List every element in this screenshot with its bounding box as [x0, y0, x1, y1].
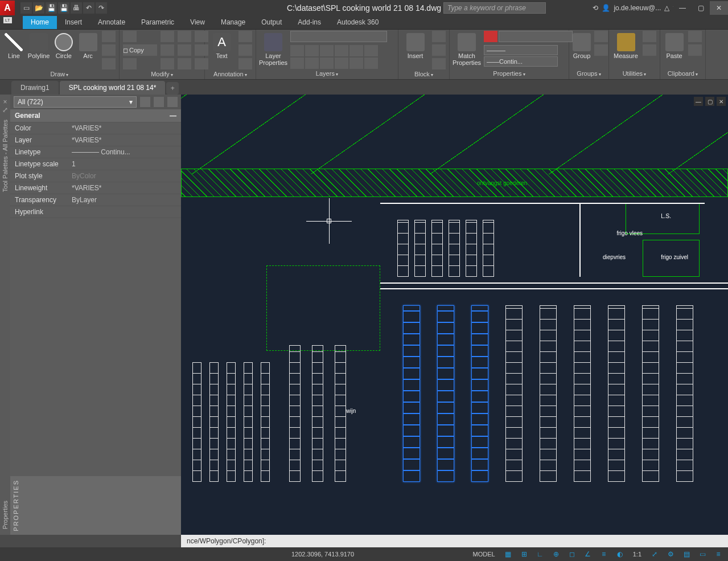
viewport-close-icon[interactable]: ✕ [717, 97, 726, 106]
block-s2[interactable] [432, 44, 446, 56]
block-s1[interactable] [432, 31, 446, 42]
text-button[interactable]: AText [208, 31, 235, 59]
cut-icon[interactable] [688, 31, 702, 42]
user-name[interactable]: jo.de.leeuw@... [614, 4, 661, 12]
color-swatch[interactable] [484, 31, 497, 42]
tab-output[interactable]: Output [253, 16, 290, 29]
copy-button[interactable]: ◻ Copy [123, 44, 157, 56]
qat-saveas-icon[interactable]: 💾 [58, 2, 69, 14]
qat-undo-icon[interactable]: ↶ [83, 2, 94, 14]
panel-properties-title[interactable]: Properties [453, 69, 565, 78]
qat-plot-icon[interactable]: 🖶 [71, 2, 82, 14]
leader-icon[interactable] [238, 44, 252, 56]
transparency-icon[interactable]: ◐ [615, 549, 625, 559]
doc-add-button[interactable]: + [166, 82, 179, 95]
lineweight-icon[interactable]: ≡ [599, 549, 609, 559]
group-s1[interactable] [594, 31, 608, 42]
polyline-button[interactable]: Polyline [28, 31, 50, 59]
close-button[interactable]: ✕ [710, 1, 728, 15]
sync-icon[interactable]: ⟲ [593, 4, 598, 12]
measure-button[interactable]: Measure [612, 31, 639, 59]
block-s3[interactable] [432, 58, 446, 69]
group-button[interactable]: Group [573, 31, 591, 59]
qat-save-icon[interactable]: 💾 [46, 2, 57, 14]
fillet-icon[interactable] [178, 44, 191, 56]
stretch-icon[interactable] [123, 58, 137, 69]
insert-button[interactable]: Insert [402, 31, 429, 59]
layer-s11[interactable] [349, 58, 363, 69]
line-button[interactable]: Line [3, 31, 24, 59]
panel-annotation-title[interactable]: Annotation [208, 69, 252, 79]
panel-utilities-title[interactable]: Utilities [612, 69, 656, 78]
tab-annotate[interactable]: Annotate [90, 16, 133, 29]
prop-row-layer[interactable]: Layer*VARIES* [10, 134, 181, 146]
prop-row-lineweight[interactable]: Lineweight*VARIES* [10, 182, 181, 194]
doc-tab-drawing1[interactable]: Drawing1 [11, 81, 59, 95]
tab-parametric[interactable]: Parametric [133, 16, 182, 29]
tab-manage[interactable]: Manage [213, 16, 253, 29]
layerprops-button[interactable]: Layer Properties [260, 31, 287, 66]
ortho-icon[interactable]: ∟ [535, 549, 545, 559]
viewport-maximize-icon[interactable]: ▢ [705, 97, 714, 106]
copy-clip-icon[interactable] [688, 44, 702, 56]
user-icon[interactable]: 👤 [602, 4, 610, 12]
lineweight-selector[interactable]: ——— [484, 45, 558, 55]
draw-small-1[interactable] [102, 31, 116, 42]
prop-row-hyperlink[interactable]: Hyperlink [10, 206, 181, 218]
layer-s3[interactable] [320, 45, 334, 56]
array-icon[interactable] [178, 58, 191, 69]
panel-modify-title[interactable]: Modify [123, 69, 201, 79]
layer-s8[interactable] [305, 58, 319, 69]
drawing-canvas[interactable]: — ▢ ✕ ontvangst goederen L.S. frigo vlee… [181, 95, 728, 535]
matchprops-button[interactable]: Match Properties [453, 31, 480, 66]
layer-s12[interactable] [364, 58, 378, 69]
workspace-icon[interactable]: ⚙ [665, 549, 676, 559]
rail-pin-icon[interactable]: ⤢ [2, 106, 8, 114]
util-s2[interactable] [643, 44, 656, 56]
table-icon[interactable] [238, 58, 252, 69]
layer-s5[interactable] [349, 45, 363, 56]
tool-palettes-label[interactable]: Tool Palettes - All Palettes [2, 120, 9, 192]
selection-selector[interactable]: All (722) ▾ [14, 96, 137, 108]
util-s1[interactable] [643, 31, 656, 42]
panel-draw-title[interactable]: Draw [3, 69, 116, 79]
move-icon[interactable] [123, 31, 137, 42]
general-section-header[interactable]: General— [10, 109, 181, 122]
panel-block-title[interactable]: Block [402, 69, 446, 79]
tab-insert[interactable]: Insert [57, 16, 90, 29]
panel-groups-title[interactable]: Groups [573, 69, 605, 78]
prop-row-transparency[interactable]: TransparencyByLayer [10, 194, 181, 206]
rail-close-icon[interactable]: × [3, 98, 7, 106]
polar-icon[interactable]: ⊕ [551, 549, 561, 559]
minimize-button[interactable]: — [673, 1, 692, 15]
rotate-icon[interactable] [161, 31, 174, 42]
paste-button[interactable]: Paste [664, 31, 685, 59]
scale-indicator[interactable]: 1:1 [631, 551, 644, 558]
circle-button[interactable]: Circle [53, 31, 74, 59]
layer-s6[interactable] [364, 45, 378, 56]
scale-icon[interactable] [161, 58, 174, 69]
search-input[interactable]: Type a keyword or phrase [443, 2, 546, 14]
quickselect-icon[interactable] [140, 97, 150, 107]
prop-row-linetype[interactable]: Linetype———— Continu... [10, 146, 181, 158]
app-logo[interactable]: A [0, 1, 15, 15]
qat-new-icon[interactable]: ▭ [20, 2, 32, 14]
qat-redo-icon[interactable]: ↷ [96, 2, 107, 14]
annoscale-icon[interactable]: ⤢ [649, 549, 660, 559]
qat-open-icon[interactable]: 📂 [33, 2, 44, 14]
tab-home[interactable]: Home [23, 16, 57, 29]
tab-autodesk360[interactable]: Autodesk 360 [329, 16, 386, 29]
otrack-icon[interactable]: ∠ [583, 549, 593, 559]
dim-icon[interactable] [238, 31, 252, 42]
exchange-icon[interactable]: △ [664, 4, 669, 12]
command-line[interactable]: nce/WPolygon/CPolygon]: [181, 535, 728, 547]
draw-small-3[interactable] [102, 58, 116, 69]
draw-small-2[interactable] [102, 44, 116, 56]
layer-s7[interactable] [290, 58, 304, 69]
cleanscreen-icon[interactable]: ▭ [697, 549, 708, 559]
viewport-minimize-icon[interactable]: — [694, 97, 703, 106]
hardware-icon[interactable]: ▤ [681, 549, 692, 559]
linetype-selector[interactable]: —— Contin... [484, 56, 558, 67]
tab-addins[interactable]: Add-ins [290, 16, 329, 29]
properties-rail-label[interactable]: Properties [2, 501, 9, 529]
